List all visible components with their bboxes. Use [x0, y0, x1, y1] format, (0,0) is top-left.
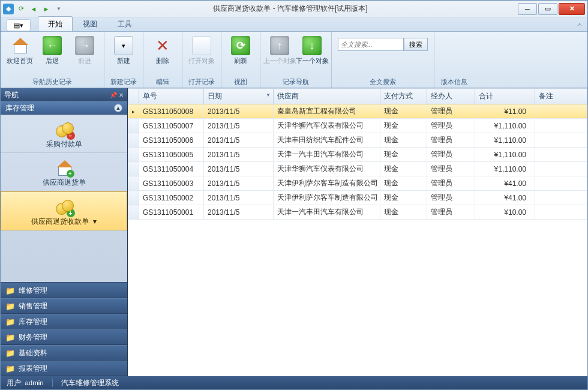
cell-total: ¥10.00 [475, 205, 535, 220]
cell-pay: 现金 [380, 119, 427, 133]
back-button[interactable]: ← 后退 [38, 34, 67, 67]
column-header-1[interactable]: 日期▼ [204, 89, 274, 104]
cell-total: ¥11.00 [475, 104, 535, 119]
cell-note [535, 133, 587, 148]
group-about[interactable]: 版本信息 [439, 76, 469, 86]
table-row[interactable]: GS13110500042013/11/5天津华狮汽车仪表有限公司现金管理员¥1… [128, 162, 587, 176]
nav-section-collapse-icon[interactable]: ▲ [114, 104, 122, 112]
home-button[interactable]: 欢迎首页 [5, 34, 34, 67]
folder-icon: 📁 [5, 302, 15, 311]
tab-tools[interactable]: 工具 [107, 16, 142, 31]
nav-title-bar: 导航 📌 ✕ [1, 88, 127, 101]
quick-access-toolbar: ◆ ⟳ ◄ ► ▼ [3, 4, 64, 14]
minimize-button[interactable]: ─ [518, 3, 537, 15]
qat-back-icon[interactable]: ◄ [28, 4, 39, 14]
column-header-5[interactable]: 合计 [475, 89, 535, 104]
delete-button[interactable]: ✕ 删除 [148, 34, 177, 67]
nav-section-header[interactable]: 库存管理 ▲ [1, 101, 127, 115]
cell-agent: 管理员 [427, 176, 475, 191]
table-row[interactable]: GS13110500022013/11/5天津伊利萨尔客车制造有限公司现金管理员… [128, 191, 587, 205]
nav-group-3[interactable]: 📁财务管理 [1, 329, 127, 345]
group-view: 视图 [226, 76, 255, 86]
nav-group-2[interactable]: 📁库存管理 [1, 314, 127, 329]
refresh-button[interactable]: ⟳ 刷新 [226, 34, 255, 67]
nav-item-icon: + [53, 158, 75, 178]
cell-agent: 管理员 [427, 191, 475, 205]
nav-item-2[interactable]: +供应商退货收款单 ▾ [1, 191, 127, 230]
nav-pin-icon[interactable]: 📌 ✕ [110, 92, 124, 98]
cell-agent: 管理员 [427, 205, 475, 220]
row-indicator [128, 148, 139, 162]
nav-group-label: 报表管理 [19, 364, 47, 374]
column-header-3[interactable]: 支付方式 [380, 89, 427, 104]
folder-icon: 📁 [5, 286, 15, 295]
nav-item-label: 采购付款单 [46, 140, 82, 149]
table-row[interactable]: GS13110500032013/11/5天津伊利萨尔客车制造有限公司现金管理员… [128, 176, 587, 191]
prev-label: 上一个对象 [263, 56, 296, 65]
cell-note [535, 176, 587, 191]
nav-group-label: 财务管理 [19, 332, 47, 343]
cell-note [535, 119, 587, 133]
folder-icon: 📁 [5, 349, 15, 358]
close-button[interactable]: ✕ [559, 3, 585, 15]
table-row[interactable]: GS13110500052013/11/5天津一汽丰田汽车有限公司现金管理员¥1… [128, 148, 587, 162]
home-label: 欢迎首页 [7, 56, 33, 65]
nav-section-label: 库存管理 [5, 103, 34, 113]
qat-forward-icon[interactable]: ► [41, 4, 52, 14]
nav-item-icon: + [53, 197, 75, 217]
column-header-6[interactable]: 备注 [535, 89, 587, 104]
next-icon: ↓ [302, 36, 322, 55]
prev-icon: ↑ [270, 36, 289, 55]
group-open: 打开记录 [187, 76, 216, 86]
nav-item-label: 供应商退货单 [43, 178, 86, 187]
home-icon [10, 36, 29, 55]
app-icon[interactable]: ◆ [3, 4, 14, 14]
nav-group-1[interactable]: 📁销售管理 [1, 298, 127, 314]
table-row[interactable]: GS13110500072013/11/5天津华狮汽车仪表有限公司现金管理员¥1… [128, 119, 587, 133]
row-indicator [128, 176, 139, 191]
group-edit: 编辑 [148, 76, 177, 86]
nav-group-4[interactable]: 📁基础资料 [1, 345, 127, 361]
cell-total: ¥1,110.00 [475, 119, 535, 133]
window-title: 供应商退货收款单 - 汽车维修管理软件[试用版本] [64, 4, 517, 14]
open-object-button[interactable]: 打开对象 [187, 34, 216, 67]
nav-item-1[interactable]: +供应商退货单 [1, 153, 127, 191]
status-system: 汽车维修管理系统 [61, 379, 119, 388]
nav-group-label: 库存管理 [19, 317, 47, 327]
column-header-2[interactable]: 供应商 [274, 89, 380, 104]
column-header-4[interactable]: 经办人 [427, 89, 475, 104]
nav-group-5[interactable]: 📁报表管理 [1, 361, 127, 376]
qat-dropdown-icon[interactable]: ▼ [53, 4, 64, 14]
new-button[interactable]: ▾ 新建 [109, 34, 138, 67]
cell-total: ¥1,110.00 [475, 162, 535, 176]
ribbon-collapse-icon[interactable]: ㅅ [572, 18, 587, 31]
tab-view[interactable]: 视图 [73, 16, 107, 31]
table-row[interactable]: GS13110500062013/11/5天津丰田纺织汽车配件公司现金管理员¥1… [128, 133, 587, 148]
ribbon: 欢迎首页 ← 后退 → 前进 导航历史记录 ▾ 新建 新建记录 ✕ 删除 [1, 32, 587, 88]
ribbon-app-menu[interactable]: ▤▾ [7, 19, 31, 31]
data-grid: 单号日期▼供应商支付方式经办人合计备注 ▸GS13110500082013/11… [128, 88, 587, 376]
nav-item-0[interactable]: −采购付款单 [1, 115, 127, 153]
cell-id: GS1311050005 [139, 148, 204, 162]
nav-group-0[interactable]: 📁维修管理 [1, 283, 127, 298]
column-header-0[interactable]: 单号 [139, 89, 204, 104]
prev-object-button[interactable]: ↑ 上一个对象 [265, 34, 294, 67]
refresh-label: 刷新 [234, 56, 247, 65]
table-row[interactable]: ▸GS13110500082013/11/5秦皇岛新宜工程有限公司现金管理员¥1… [128, 104, 587, 119]
delete-icon: ✕ [153, 36, 172, 55]
table-row[interactable]: GS13110500012013/11/5天津一汽丰田汽车有限公司现金管理员¥1… [128, 205, 587, 220]
maximize-button[interactable]: ▭ [538, 3, 557, 15]
next-object-button[interactable]: ↓ 下一个对象 [298, 34, 326, 67]
qat-refresh-icon[interactable]: ⟳ [16, 4, 26, 14]
cell-note [535, 162, 587, 176]
cell-pay: 现金 [380, 205, 427, 220]
fulltext-search-button[interactable]: 搜索 [404, 38, 428, 51]
fulltext-search-input[interactable] [338, 38, 404, 51]
row-indicator [128, 191, 139, 205]
cell-pay: 现金 [380, 191, 427, 205]
cell-id: GS1311050004 [139, 162, 204, 176]
row-indicator [128, 133, 139, 148]
tab-start[interactable]: 开始 [38, 16, 73, 31]
cell-date: 2013/11/5 [204, 148, 274, 162]
forward-button[interactable]: → 前进 [70, 34, 99, 67]
